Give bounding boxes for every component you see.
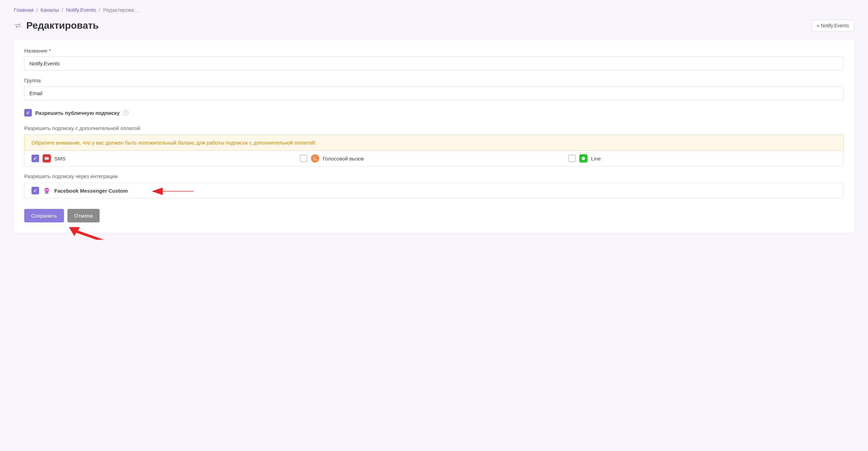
sub-option-sms: SMS [31,154,300,163]
form-card: Название * Группа Разрешить публичную по… [14,40,854,233]
paid-sub-options: SMS Голосовой вызов Line [24,151,844,166]
sub-option-voice: Голосовой вызов [300,154,568,163]
breadcrumb-separator: / [62,7,63,13]
page-title: Редактировать [26,20,99,31]
public-subscription-label: Разрешить публичную подписку [35,110,120,116]
help-icon[interactable]: ? [123,110,129,116]
svg-point-1 [582,157,585,160]
voice-label: Голосовой вызов [323,156,364,162]
paid-sub-warning: Обратите внимание, что у вас должен быть… [24,135,844,151]
line-icon [579,154,588,163]
transfer-icon [14,21,22,30]
breadcrumb-home[interactable]: Главная [14,7,34,13]
facebook-messenger-icon [43,186,51,195]
line-checkbox[interactable] [568,155,576,162]
paid-sub-label: Разрешить подписку с дополнительной опла… [24,125,844,131]
voice-checkbox[interactable] [300,155,307,162]
breadcrumb-notify[interactable]: Notify.Events [66,7,96,13]
breadcrumb-current: Редактирова… [103,7,139,13]
sms-label: SMS [54,156,66,162]
integration-options: Facebook Messenger Custom [24,183,844,199]
double-chevron-left-icon: « [817,23,820,28]
back-to-notify-button[interactable]: « Notify.Events [812,20,854,31]
annotation-arrow-icon [69,226,111,240]
group-label: Группа [24,77,844,83]
group-input[interactable] [24,86,844,100]
integration-sub-label: Разрешить подписку через интеграции [24,173,844,179]
save-button[interactable]: Сохранить [24,209,64,222]
line-label: Line [591,156,601,162]
back-label: Notify.Events [821,23,849,28]
public-subscription-checkbox[interactable] [24,109,32,117]
sms-icon [43,154,51,163]
sub-option-line: Line [568,154,837,163]
phone-icon [311,154,319,163]
cancel-button[interactable]: Отмена [67,209,100,222]
sms-checkbox[interactable] [31,155,39,162]
name-input[interactable] [24,56,844,71]
breadcrumb-separator: / [99,7,100,13]
name-label: Название * [24,48,844,54]
svg-rect-0 [45,157,49,160]
fb-checkbox[interactable] [31,187,39,194]
svg-rect-3 [45,193,48,194]
breadcrumb: Главная / Каналы / Notify.Events / Редак… [14,7,854,13]
breadcrumb-channels[interactable]: Каналы [40,7,59,13]
fb-label: Facebook Messenger Custom [54,188,128,194]
integration-item-fb: Facebook Messenger Custom [31,186,837,195]
breadcrumb-separator: / [36,7,38,13]
